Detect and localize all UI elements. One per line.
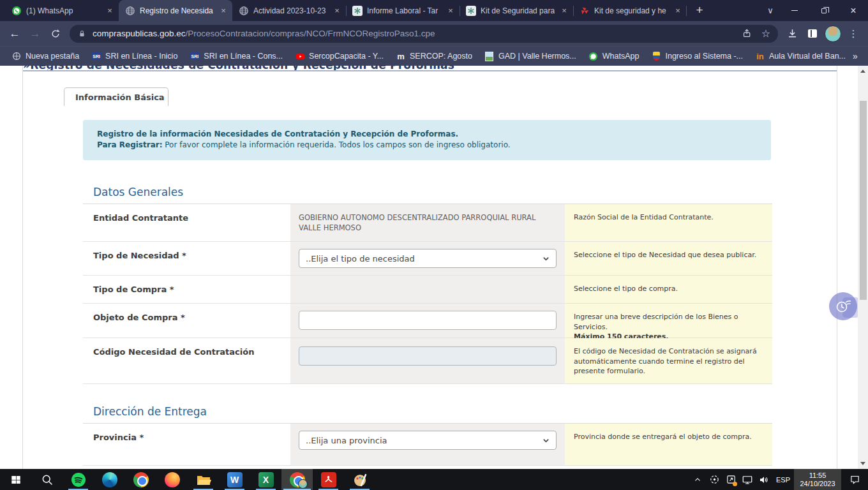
bookmark-nueva-pestana[interactable]: Nueva pestaña: [6, 49, 84, 63]
tab-close-icon[interactable]: ×: [105, 6, 115, 16]
window-minimize-button[interactable]: [780, 0, 809, 21]
downloads-button[interactable]: [782, 24, 802, 44]
page-title-clipped: »Registro de Necesidades de Contratación…: [23, 66, 837, 71]
aula-icon: in: [755, 51, 765, 61]
provincia-select[interactable]: ..Elija una provincia: [299, 431, 557, 450]
bookmark-whatsapp[interactable]: WhatsApp: [583, 49, 645, 63]
bookmark-star-icon[interactable]: ☆: [761, 27, 770, 40]
window-restore-button[interactable]: [809, 0, 839, 21]
bookmarks-overflow-chevron[interactable]: »: [853, 51, 864, 61]
tab-whatsapp[interactable]: (1) WhatsApp ×: [5, 0, 119, 21]
tray-language-indicator[interactable]: ESP: [772, 469, 794, 490]
bookmark-label: SercopCapacita - Y...: [309, 52, 384, 61]
field-help: Ingresar una breve descripción de los Bi…: [565, 304, 772, 338]
field-label: Provincia *: [83, 424, 290, 465]
browser-toolbar: ← → compraspublicas.gob.ec/ProcesoContra…: [0, 21, 868, 46]
tab-close-icon[interactable]: ×: [445, 6, 456, 16]
tab-kit-seguridad-1[interactable]: Kit de Seguridad para ×: [460, 0, 573, 21]
chrome-icon: [133, 472, 149, 487]
taskbar-paint-button[interactable]: [344, 469, 375, 490]
globe-icon: [239, 6, 249, 16]
objeto-compra-input[interactable]: [299, 311, 557, 330]
reload-button[interactable]: [45, 24, 66, 44]
scrollbar-down-arrow[interactable]: [860, 462, 865, 465]
taskbar-chrome-button[interactable]: [125, 469, 156, 490]
tab-close-icon[interactable]: ×: [332, 6, 342, 16]
address-bar[interactable]: compraspublicas.gob.ec/ProcesoContrataci…: [70, 25, 778, 43]
search-icon: [41, 473, 54, 486]
side-panel-button[interactable]: [802, 24, 823, 44]
scrollbar-thumb[interactable]: [860, 101, 867, 300]
tab-kit-seguridad-2[interactable]: Kit de seguridad y he ×: [573, 0, 687, 21]
sri-icon: SRI: [190, 51, 200, 61]
tab-title: (1) WhatsApp: [26, 6, 100, 15]
tab-registro-necesidades[interactable]: Registro de Necesida ×: [119, 0, 232, 21]
tray-clock[interactable]: 11:55 24/10/2023: [794, 469, 841, 490]
info-line-1: Registro de la información Necesidades d…: [97, 129, 757, 140]
tab-search-chevron-icon[interactable]: ∨: [761, 0, 780, 21]
form-row-codigo-necesidad: Código Necesidad de Contratación El códi…: [83, 338, 772, 384]
taskbar-file-explorer-button[interactable]: [188, 469, 219, 490]
whatsapp-icon: [11, 6, 22, 16]
tray-capture-icon[interactable]: [706, 469, 722, 490]
taskbar-firefox-button[interactable]: [156, 469, 188, 490]
bookmark-sri-inicio[interactable]: SRI SRI en Línea - Inicio: [86, 49, 183, 63]
field-help: Seleccione el tipo de compra.: [565, 276, 772, 303]
tab-title: Kit de seguridad y he: [594, 6, 668, 15]
bookmark-label: WhatsApp: [602, 52, 640, 61]
tray-update-icon[interactable]: [722, 469, 739, 490]
bookmark-ingreso-sistema[interactable]: Ingreso al Sistema -...: [646, 49, 748, 63]
restore-icon: [821, 8, 827, 13]
window-close-button[interactable]: ×: [839, 0, 868, 21]
floating-timer-widget[interactable]: [829, 292, 857, 320]
taskbar-acrobat-button[interactable]: [313, 469, 344, 490]
tab-informacion-basica[interactable]: Información Básica: [64, 87, 168, 106]
taskbar-edge-button[interactable]: [94, 469, 125, 490]
bookmark-aula-virtual[interactable]: in Aula Virtual del Ban...: [750, 49, 851, 63]
taskbar-word-button[interactable]: W: [219, 469, 250, 490]
tab-title: Actividad 2023-10-23: [253, 6, 327, 15]
tray-date: 24/10/2023: [800, 480, 835, 488]
action-center-button[interactable]: [841, 469, 868, 490]
scrollbar-up-arrow[interactable]: [860, 70, 865, 73]
tab-close-icon[interactable]: ×: [559, 6, 569, 16]
bookmark-sri-consultas[interactable]: SRI SRI en Línea - Cons...: [184, 49, 288, 63]
tab-actividad[interactable]: Actividad 2023-10-23 ×: [232, 0, 346, 21]
tab-close-icon[interactable]: ×: [673, 6, 683, 16]
start-button[interactable]: [0, 469, 31, 490]
form-row-objeto-compra: Objeto de Compra * Ingresar una breve de…: [83, 304, 772, 338]
tab-title: Kit de Seguridad para: [481, 6, 555, 15]
tab-title: Registro de Necesida: [140, 6, 214, 15]
tray-network-icon[interactable]: [739, 469, 756, 490]
profile-avatar[interactable]: [823, 24, 843, 44]
field-help: Provincia donde se entregará el objeto d…: [565, 424, 772, 465]
taskbar-spotify-button[interactable]: [63, 469, 94, 490]
info-message-box: Registro de la información Necesidades d…: [83, 120, 771, 160]
tray-volume-icon[interactable]: [756, 469, 772, 490]
bookmark-label: Nueva pestaña: [26, 52, 79, 61]
bookmark-gad-valle-hermoso[interactable]: GAD | Valle Hermos...: [479, 49, 581, 63]
bookmark-sercop-agosto[interactable]: m SERCOP: Agosto: [391, 49, 477, 63]
field-help: El código de Necesidad de Contratación s…: [565, 338, 772, 383]
tab-informe-laboral[interactable]: Informe Laboral - Tar ×: [346, 0, 460, 21]
forward-button[interactable]: →: [25, 24, 45, 44]
bookmark-sercopcapacita[interactable]: SercopCapacita - Y...: [290, 49, 389, 63]
field-value-cell: ..Elija una provincia: [290, 424, 565, 465]
action-center-icon: [849, 474, 860, 485]
browser-menu-button[interactable]: ⋮: [843, 24, 864, 44]
back-button[interactable]: ←: [4, 24, 25, 44]
chevron-down-icon: [542, 437, 550, 444]
gpt-icon: [466, 6, 476, 16]
taskbar-search-button[interactable]: [31, 469, 63, 490]
new-tab-button[interactable]: +: [691, 1, 708, 19]
taskbar-chrome-profile-button[interactable]: [281, 469, 313, 490]
field-label: Tipo de Compra *: [83, 276, 290, 303]
tipo-necesidad-select[interactable]: ..Elija el tipo de necesidad: [299, 249, 557, 268]
codigo-necesidad-input: [299, 346, 557, 366]
form-row-tipo-compra: Tipo de Compra * Seleccione el tipo de c…: [83, 276, 772, 304]
page-scrollbar[interactable]: [858, 66, 868, 469]
share-icon[interactable]: [742, 28, 752, 39]
taskbar-excel-button[interactable]: X: [250, 469, 281, 490]
tab-close-icon[interactable]: ×: [218, 6, 228, 16]
tray-chevron-up-icon[interactable]: [689, 469, 706, 490]
